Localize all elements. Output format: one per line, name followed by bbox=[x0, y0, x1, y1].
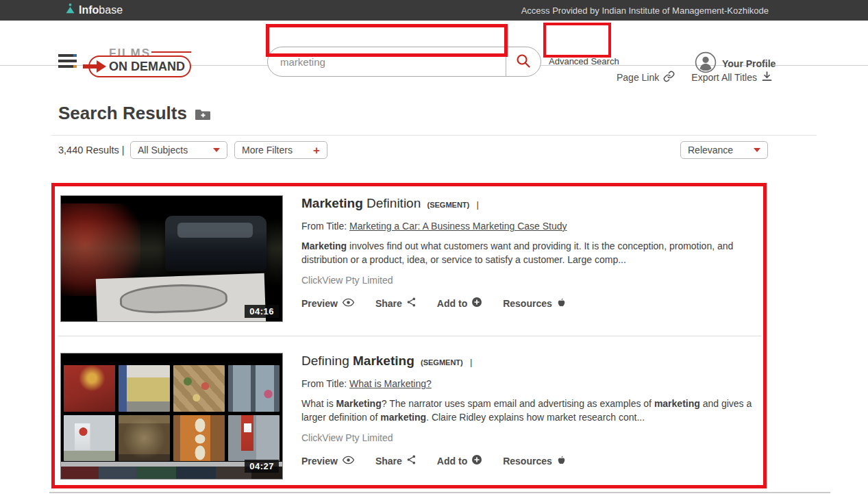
sort-dropdown[interactable]: Relevance bbox=[680, 141, 768, 159]
from-title-line: From Title: What is Marketing? bbox=[301, 378, 764, 389]
logo-line bbox=[151, 51, 191, 53]
results-count: 3,440 Results | bbox=[58, 145, 124, 156]
download-icon bbox=[761, 71, 773, 84]
subjects-dropdown-value: All Subjects bbox=[138, 145, 188, 156]
result-title-link[interactable]: Defining Marketing (SEGMENT) | bbox=[301, 354, 764, 369]
logo-arrow-icon bbox=[82, 58, 108, 75]
menu-hamburger-icon[interactable] bbox=[58, 54, 77, 70]
apple-icon bbox=[556, 297, 567, 310]
preview-button[interactable]: Preview bbox=[301, 454, 355, 469]
export-all-titles-button[interactable]: Export All Titles bbox=[691, 71, 773, 84]
video-thumbnail[interactable]: 04:27 bbox=[60, 353, 283, 480]
add-to-button[interactable]: Add to bbox=[437, 296, 482, 311]
films-on-demand-page: Infobase Access Provided by Indian Insti… bbox=[0, 0, 868, 496]
bottom-divider bbox=[49, 492, 830, 493]
infobase-topbar: Infobase Access Provided by Indian Insti… bbox=[0, 0, 868, 21]
search-result-item: 04:16 Marketing Definition (SEGMENT) | F… bbox=[60, 195, 764, 322]
site-header: FILMS ON DEMAND Advanced Search Your Pro… bbox=[0, 21, 868, 66]
advanced-search-link[interactable]: Advanced Search bbox=[549, 56, 619, 66]
page-link-label: Page Link bbox=[617, 72, 659, 83]
add-circle-icon bbox=[471, 297, 482, 310]
add-circle-icon bbox=[471, 454, 482, 467]
page-link-button[interactable]: Page Link bbox=[617, 71, 675, 84]
result-description: Marketing involves find out what custome… bbox=[301, 239, 755, 267]
access-provided-text: Access Provided by Indian Institute of M… bbox=[521, 5, 769, 16]
search-icon bbox=[515, 53, 532, 71]
thumbnail-art bbox=[165, 216, 267, 271]
more-filters-label: More Filters bbox=[242, 145, 293, 156]
result-details: Marketing Definition (SEGMENT) | From Ti… bbox=[301, 195, 764, 322]
segment-label: (SEGMENT) bbox=[421, 358, 463, 367]
sort-dropdown-value: Relevance bbox=[688, 145, 733, 156]
eye-icon bbox=[342, 454, 355, 469]
search-result-item: 04:27 Defining Marketing (SEGMENT) | Fro… bbox=[60, 353, 764, 480]
add-to-button[interactable]: Add to bbox=[437, 454, 482, 469]
from-title-line: From Title: Marketing a Car: A Business … bbox=[301, 221, 764, 232]
share-icon bbox=[406, 454, 417, 467]
from-title-link[interactable]: Marketing a Car: A Business Marketing Ca… bbox=[349, 221, 567, 232]
separator: | bbox=[477, 199, 479, 210]
result-details: Defining Marketing (SEGMENT) | From Titl… bbox=[301, 353, 764, 480]
add-to-folder-icon[interactable] bbox=[195, 108, 211, 121]
subjects-dropdown[interactable]: All Subjects bbox=[130, 141, 227, 159]
search-input[interactable] bbox=[268, 47, 506, 76]
thumbnail-art bbox=[95, 273, 265, 322]
segment-label: (SEGMENT) bbox=[427, 201, 470, 209]
infobase-icon bbox=[65, 3, 75, 17]
duration-badge: 04:27 bbox=[245, 460, 279, 473]
separator: | bbox=[470, 357, 472, 367]
heading-divider bbox=[51, 135, 817, 136]
preview-button[interactable]: Preview bbox=[301, 296, 355, 311]
page-toolbar: Page Link Export All Titles bbox=[617, 71, 773, 84]
share-button[interactable]: Share bbox=[375, 454, 417, 469]
result-description: What is Marketing? The narrator uses spa… bbox=[301, 397, 755, 425]
films-on-demand-logo[interactable]: FILMS ON DEMAND bbox=[83, 47, 191, 81]
resources-button[interactable]: Resources bbox=[503, 454, 567, 469]
share-icon bbox=[406, 297, 417, 310]
publisher: ClickView Pty Limited bbox=[301, 275, 764, 286]
publisher: ClickView Pty Limited bbox=[301, 432, 764, 443]
result-actions: Preview Share Add to Resources bbox=[301, 296, 764, 311]
result-divider bbox=[58, 336, 761, 336]
chevron-down-icon bbox=[754, 148, 760, 152]
duration-badge: 04:16 bbox=[245, 305, 279, 318]
apple-icon bbox=[556, 454, 567, 468]
profile-label: Your Profile bbox=[722, 58, 776, 69]
search-button[interactable] bbox=[506, 47, 541, 76]
more-filters-button[interactable]: More Filters + bbox=[234, 141, 327, 159]
infobase-logo[interactable]: Infobase bbox=[65, 3, 123, 17]
search-bar bbox=[267, 47, 541, 77]
plus-icon: + bbox=[313, 145, 320, 156]
video-thumbnail[interactable]: 04:16 bbox=[60, 195, 283, 322]
link-icon bbox=[663, 71, 675, 84]
infobase-wordmark: Infobase bbox=[79, 4, 123, 16]
result-actions: Preview Share Add to Resources bbox=[301, 454, 764, 469]
export-all-label: Export All Titles bbox=[691, 72, 757, 83]
chevron-down-icon bbox=[213, 148, 220, 152]
resources-button[interactable]: Resources bbox=[503, 296, 567, 311]
eye-icon bbox=[342, 296, 355, 311]
result-title-link[interactable]: Marketing Definition (SEGMENT) | bbox=[301, 196, 764, 211]
share-button[interactable]: Share bbox=[375, 296, 417, 311]
from-title-link[interactable]: What is Marketing? bbox=[349, 378, 432, 389]
page-title: Search Results bbox=[58, 103, 187, 124]
